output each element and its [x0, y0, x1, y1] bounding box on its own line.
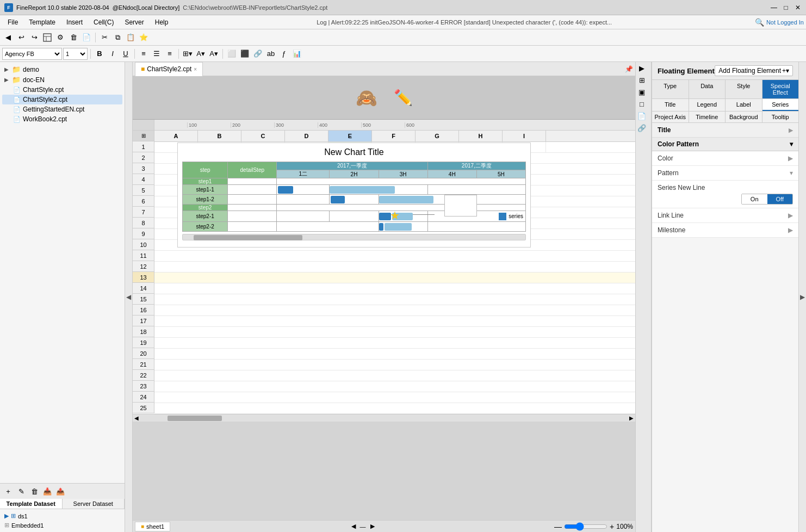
right-tab-special-effect[interactable]: Special Effect [762, 80, 799, 98]
close-button[interactable]: ✕ [794, 4, 802, 11]
toolbar-cut[interactable]: ✂ [98, 32, 110, 44]
menu-cell[interactable]: Cell(C) [88, 17, 119, 27]
side-icon-doc[interactable]: 📄 [636, 110, 648, 122]
toolbar-refresh[interactable]: ↩ [15, 32, 27, 44]
collapse-left-arrow[interactable]: ◀ [125, 62, 133, 532]
underline-button[interactable]: U [120, 48, 132, 60]
align-center-button[interactable]: ☰ [151, 48, 163, 60]
tree-item-gettingstarted[interactable]: 📄 GettingStartedEN.cpt [2, 104, 122, 114]
side-icon-square[interactable]: □ [636, 98, 648, 110]
zoom-out-btn[interactable]: — [554, 522, 562, 531]
menu-template[interactable]: Template [23, 17, 61, 27]
toolbar-delete[interactable]: 🗑 [67, 32, 79, 44]
dataset-embedded1[interactable]: ⊞ Embedded1 [2, 521, 122, 530]
right-tab-style[interactable]: Style [726, 80, 762, 98]
sub-tab-project-axis[interactable]: Project Axis [652, 112, 689, 122]
sub-tab-timeline[interactable]: Timeline [689, 112, 726, 122]
minimize-button[interactable]: — [770, 4, 778, 11]
tree-item-workbook2[interactable]: 📄 WorkBook2.cpt [2, 114, 122, 124]
sub-tab-legend[interactable]: Legend [689, 99, 726, 111]
border-button[interactable]: ⊞▾ [182, 48, 194, 60]
dataset-export-btn[interactable]: 📤 [54, 485, 66, 497]
toggle-off-btn[interactable]: Off [767, 194, 792, 204]
sheet-next-btn[interactable]: ▶ [370, 523, 375, 530]
chart-scrollbar[interactable] [182, 234, 526, 240]
tab-close-button[interactable]: × [194, 66, 197, 72]
sub-tab-label[interactable]: Label [726, 99, 762, 111]
pattern-arrow[interactable]: ▾ [790, 169, 793, 177]
font-size-select[interactable]: 1 [63, 48, 88, 60]
color-arrow[interactable]: ▶ [788, 154, 793, 162]
fill-color-button[interactable]: A▾ [195, 48, 207, 60]
tab-server-dataset[interactable]: Server Dataset [63, 499, 125, 509]
font-color-button[interactable]: A▾ [208, 48, 220, 60]
dataset-delete-btn[interactable]: 🗑 [28, 485, 40, 497]
menu-help[interactable]: Help [150, 17, 174, 27]
chart-container[interactable]: New Chart Title [177, 143, 531, 248]
col-c: C [241, 131, 285, 141]
align-left-button[interactable]: ≡ [138, 48, 150, 60]
scrollbar-thumb[interactable] [194, 235, 302, 240]
tree-label-chartstyle2: ChartStyle2.cpt [23, 96, 67, 103]
align-right-button[interactable]: ≡ [164, 48, 176, 60]
toolbar-copy2[interactable]: ⧉ [111, 32, 123, 44]
toolbar-redo[interactable]: ↪ [28, 32, 40, 44]
sheet-prev-btn[interactable]: ◀ [351, 523, 356, 530]
menu-file[interactable]: File [2, 17, 23, 27]
tree-item-chartstyle2[interactable]: 📄 ChartStyle2.cpt [2, 95, 122, 104]
link-line-arrow[interactable]: ▶ [788, 212, 793, 219]
scroll-left-btn[interactable]: ◀ [133, 415, 140, 422]
toolbar-paste-special[interactable]: ⭐ [138, 32, 150, 44]
dataset-add-btn[interactable]: + [2, 485, 14, 497]
sub-tab-title[interactable]: Title [652, 99, 689, 111]
right-tab-type[interactable]: Type [652, 80, 689, 98]
toolbar-copy[interactable]: 📄 [80, 32, 92, 44]
italic-button[interactable]: I [107, 48, 119, 60]
hyperlink-button[interactable]: 🔗 [252, 48, 264, 60]
zoom-in-btn[interactable]: + [610, 522, 614, 531]
toolbar-template[interactable] [41, 32, 53, 44]
ruler-marks: 100 200 300 400 500 600 [154, 120, 635, 130]
side-icon-grid[interactable]: ⊞ [636, 74, 648, 86]
editor-tab-chartstyle2[interactable]: ■ ChartStyle2.cpt × [135, 62, 203, 76]
merge2-button[interactable]: ⬛ [239, 48, 251, 60]
tree-item-chartstyle[interactable]: 📄 ChartStyle.cpt [2, 85, 122, 95]
zoom-slider[interactable] [564, 522, 607, 531]
search-icon[interactable]: 🔍 [755, 18, 764, 27]
h-scrollbar[interactable]: ◀ ▶ [133, 414, 635, 422]
tab-template-dataset[interactable]: Template Dataset [0, 499, 63, 509]
right-tab-data[interactable]: Data [689, 80, 726, 98]
toggle-on-btn[interactable]: On [742, 194, 767, 204]
tab-pin-button[interactable]: 📌 [625, 65, 633, 73]
bold-button[interactable]: B [94, 48, 106, 60]
sub-tab-series[interactable]: Series [762, 99, 799, 111]
add-floating-btn[interactable]: Add Floating Element +▾ [715, 65, 793, 76]
font-family-select[interactable]: Agency FB [2, 48, 62, 60]
login-button[interactable]: Not Logged In [766, 19, 804, 26]
menu-server[interactable]: Server [119, 17, 149, 27]
collapse-right-arrow[interactable]: ▶ [798, 62, 806, 532]
tree-item-demo[interactable]: ▶ 📁 demo [2, 64, 122, 75]
tree-item-docen[interactable]: ▶ 📁 doc-EN [2, 75, 122, 85]
scroll-right-btn[interactable]: ▶ [628, 415, 635, 422]
milestone-arrow[interactable]: ▶ [788, 226, 793, 234]
sub-tab-tooltip[interactable]: Tooltip [762, 112, 799, 122]
side-icon-expand[interactable]: ▶ [636, 62, 648, 74]
toolbar-paste[interactable]: 📋 [125, 32, 137, 44]
toolbar-expand-left[interactable]: ◀ [2, 32, 14, 44]
dataset-edit-btn[interactable]: ✎ [15, 485, 27, 497]
chart-button[interactable]: 📊 [291, 48, 303, 60]
formula-button[interactable]: ƒ [278, 48, 290, 60]
toolbar-gear[interactable]: ⚙ [54, 32, 66, 44]
menu-insert[interactable]: Insert [61, 17, 88, 27]
sub-tab-background[interactable]: Backgroud [726, 112, 762, 122]
side-icon-panel[interactable]: ▣ [636, 86, 648, 98]
side-icon-link[interactable]: 🔗 [636, 122, 648, 134]
maximize-button[interactable]: □ [782, 4, 790, 11]
color-pattern-header[interactable]: Color Pattern ▾ [652, 138, 798, 151]
dataset-import-btn[interactable]: 📥 [41, 485, 53, 497]
merge-button[interactable]: ⬜ [226, 48, 238, 60]
sheet-tab-1[interactable]: ■ sheet1 [135, 522, 170, 531]
dataset-ds1[interactable]: ▶ ⊞ ds1 [2, 511, 122, 521]
text-button[interactable]: ab [265, 48, 277, 60]
